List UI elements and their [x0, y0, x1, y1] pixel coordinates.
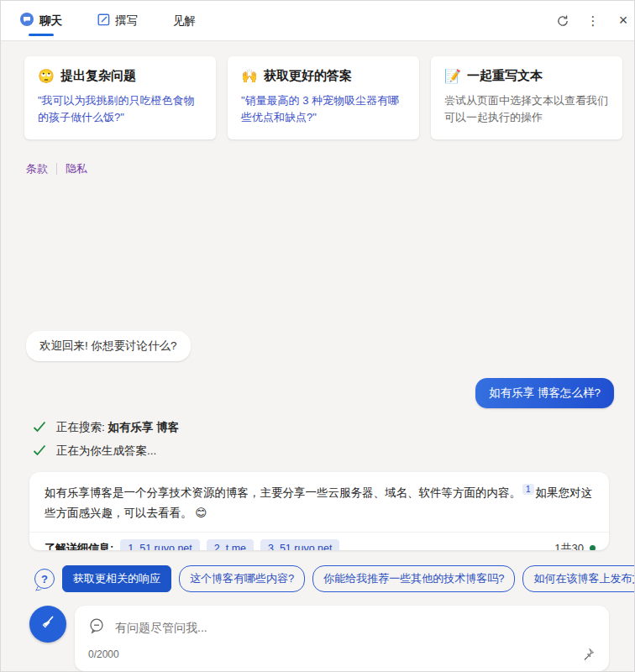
source-pill[interactable]: 3. 51.ruyo.net	[260, 539, 339, 550]
card-body: "我可以为我挑剔的只吃橙色食物的孩子做什么饭?"	[38, 92, 202, 126]
question-bubble-icon[interactable]: ?	[34, 569, 55, 589]
raising-hands-emoji-icon: 🙌	[241, 68, 258, 84]
tab-compose[interactable]: 撰写	[97, 1, 138, 41]
status-dot	[590, 545, 596, 550]
chip-blog-content[interactable]: 这个博客有哪些内容?	[179, 565, 305, 592]
status-text: 正在为你生成答案...	[56, 444, 156, 459]
answer-card: 如有乐享博客是一个分享技术资源的博客，主要分享一些云服务器、域名、软件等方面的内…	[29, 472, 609, 550]
divider	[56, 163, 57, 175]
new-topic-button[interactable]	[29, 606, 66, 643]
status-searching: 正在搜索: 如有乐享 博客	[33, 420, 634, 435]
legal-links: 条款 隐私	[26, 161, 634, 176]
pager-text: 1共30	[554, 541, 584, 550]
card-better-answers[interactable]: 🙌获取更好的答案 "销量最高的 3 种宠物吸尘器有哪些优点和缺点?"	[228, 56, 419, 139]
status-generating: 正在为你生成答案...	[33, 444, 634, 459]
input-row	[88, 617, 596, 638]
header: 聊天 撰写 见解 ⋮ ×	[1, 1, 634, 41]
tab-chat-label: 聊天	[39, 13, 62, 29]
user-message-bubble: 如有乐享 博客怎么样?	[475, 378, 614, 408]
chip-recommend-blogs[interactable]: 你能给我推荐一些其他的技术博客吗?	[312, 565, 515, 592]
tab-bar: 聊天 撰写 见解	[19, 1, 196, 41]
status-text: 正在搜索: 如有乐享 博客	[56, 420, 179, 435]
chat-input[interactable]	[115, 621, 596, 634]
card-body: 尝试从页面中选择文本以查看我们可以一起执行的操作	[444, 92, 609, 126]
tab-compose-label: 撰写	[115, 13, 138, 29]
card-rewrite-text[interactable]: 📝一起重写文本 尝试从页面中选择文本以查看我们可以一起执行的操作	[431, 56, 622, 139]
check-icon	[33, 421, 46, 435]
bing-chat-sidebar: 聊天 撰写 见解 ⋮ × 🙄提出复杂问题	[0, 0, 635, 672]
char-counter: 0/2000	[88, 648, 119, 660]
broom-icon	[39, 613, 57, 635]
card-body: "销量最高的 3 种宠物吸尘器有哪些优点和缺点?"	[241, 92, 406, 126]
card-title: 提出复杂问题	[60, 68, 136, 84]
header-actions: ⋮ ×	[555, 13, 622, 29]
card-complex-question[interactable]: 🙄提出复杂问题 "我可以为我挑剔的只吃橙色食物的孩子做什么饭?"	[24, 56, 216, 139]
face-emoji-icon: 🙄	[38, 68, 55, 84]
bot-welcome-bubble: 欢迎回来! 你想要讨论什么?	[26, 331, 191, 361]
learn-more-label: 了解详细信息:	[45, 541, 113, 550]
input-footer: 0/2000	[88, 647, 596, 661]
privacy-link[interactable]: 隐私	[66, 161, 87, 176]
tab-chat[interactable]: 聊天	[19, 1, 62, 41]
speech-bubble-icon	[88, 617, 105, 638]
source-pill[interactable]: 1. 51.ruyo.net	[120, 539, 199, 550]
more-options-icon[interactable]: ⋮	[585, 13, 601, 29]
check-icon	[33, 444, 46, 459]
memo-emoji-icon: 📝	[444, 68, 461, 84]
terms-link[interactable]: 条款	[26, 161, 48, 176]
close-icon[interactable]: ×	[616, 13, 631, 29]
smiley-emoji-icon: 😊	[195, 507, 207, 519]
source-pill[interactable]: 2. t.me	[207, 539, 254, 550]
response-pager: 1共30	[554, 541, 596, 550]
tab-insights[interactable]: 见解	[173, 1, 196, 41]
refresh-icon[interactable]	[555, 13, 570, 29]
card-title: 获取更好的答案	[264, 68, 352, 84]
chat-tab-icon	[19, 12, 34, 29]
answer-footer: 了解详细信息: 1. 51.ruyo.net 2. t.me 3. 51.ruy…	[29, 532, 609, 550]
tab-insights-label: 见解	[173, 13, 196, 29]
citation-superscript[interactable]: 1	[522, 484, 534, 495]
pin-icon[interactable]	[581, 647, 596, 661]
card-title: 一起重写文本	[467, 68, 543, 84]
active-tab-underline	[29, 34, 54, 36]
chip-publish-article[interactable]: 如何在该博客上发布文章?	[522, 565, 635, 592]
chip-more-relevant[interactable]: 获取更相关的响应	[62, 565, 171, 592]
input-card: 0/2000	[75, 606, 609, 671]
composer: 0/2000	[29, 606, 609, 671]
answer-text: 如有乐享博客是一个分享技术资源的博客，主要分享一些云服务器、域名、软件等方面的内…	[29, 472, 609, 531]
suggestion-chips: ? 获取更相关的响应 这个博客有哪些内容? 你能给我推荐一些其他的技术博客吗? …	[34, 565, 622, 592]
compose-icon	[97, 13, 110, 29]
prompt-cards: 🙄提出复杂问题 "我可以为我挑剔的只吃橙色食物的孩子做什么饭?" 🙌获取更好的答…	[24, 56, 622, 139]
